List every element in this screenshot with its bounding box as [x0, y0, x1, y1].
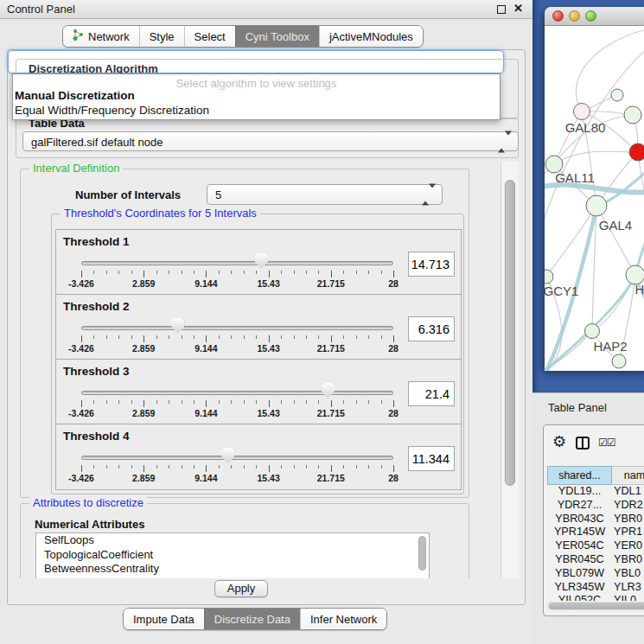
gal4-node[interactable] — [586, 195, 607, 216]
minimize-traffic-light[interactable] — [569, 10, 580, 22]
column-header-name[interactable]: name — [612, 466, 644, 485]
algorithm-placeholder-option[interactable]: Select algorithm to view settings — [13, 74, 500, 89]
tab-label: jActiveMNodules — [329, 30, 413, 43]
tab-network[interactable]: Network — [63, 26, 139, 47]
attributes-list-scrollbar[interactable] — [418, 536, 426, 571]
panel-vertical-scrollbar[interactable] — [501, 162, 519, 578]
threshold-panels-stack: Threshold 1-3.4262.8599.14415.4321.71528… — [55, 229, 462, 490]
threshold-value-input[interactable] — [408, 446, 455, 471]
slider-ticks — [81, 400, 393, 408]
tab-jactivemnodules[interactable]: jActiveMNodules — [319, 26, 423, 47]
bottom-tab-label: Infer Network — [310, 613, 377, 626]
float-window-icon[interactable] — [497, 5, 506, 14]
threshold-label: Threshold 4 — [63, 430, 130, 443]
table-cell: YDL1 — [612, 485, 644, 499]
network-view-window: GAL80GAL11GAL4GCY1HHAP2 — [545, 7, 644, 371]
network-edge — [596, 206, 635, 275]
tab-label: Select — [194, 30, 226, 43]
attribute-list-item[interactable]: SelfLoops — [36, 533, 429, 548]
attribute-list-item[interactable]: TopologicalCoefficient — [36, 548, 429, 563]
close-icon[interactable]: ✕ — [513, 2, 523, 15]
number-of-intervals-label: Number of Intervals — [75, 188, 181, 201]
option-manual-discretization[interactable]: Manual Discretization — [13, 89, 500, 104]
column-header-shared[interactable]: shared... — [547, 466, 612, 485]
table-row[interactable]: YBR045CYBR0 — [547, 553, 644, 567]
table-cell: YBR0 — [612, 513, 644, 526]
threshold-panel-1: Threshold 1-3.4262.8599.14415.4321.71528 — [56, 230, 461, 295]
numerical-attributes-list[interactable]: SelfLoopsTopologicalCoefficientBetweenne… — [35, 532, 430, 578]
table-row[interactable]: YDR27...YDR2 — [547, 499, 644, 513]
slider-tick-labels: -3.4262.8599.14415.4321.71528 — [81, 343, 393, 354]
zoom-traffic-light[interactable] — [585, 10, 596, 22]
attributes-group-title: Attributes to discretize — [29, 496, 147, 509]
table-cell: YBR043C — [547, 513, 612, 526]
gcy1-node[interactable] — [545, 270, 553, 284]
table-cell: YIL0 — [612, 594, 644, 601]
option-equal-width-frequency[interactable]: Equal Width/Frequency Discretization — [13, 104, 500, 118]
select-checkboxes-icon[interactable]: ☑☑ — [598, 437, 615, 449]
control-panel-titlebar: Control Panel ✕ — [0, 0, 532, 19]
red-node[interactable] — [629, 143, 644, 161]
threshold-value-input[interactable] — [408, 252, 455, 277]
table-horizontal-scrollbar[interactable] — [547, 602, 644, 610]
window-title: Control Panel — [7, 3, 75, 16]
number-of-intervals-combobox[interactable]: 5 — [207, 184, 443, 205]
top-small-node[interactable] — [611, 89, 623, 101]
node-label-hap2: HAP2 — [593, 339, 627, 354]
columns-icon[interactable] — [576, 437, 590, 450]
threshold-slider-track[interactable] — [81, 261, 393, 265]
interval-definition-title: Interval Definition — [29, 162, 123, 175]
table-row[interactable]: YPR145WYPR1 — [547, 526, 644, 539]
close-traffic-light[interactable] — [552, 10, 564, 22]
table-cell: YBL0 — [612, 567, 644, 581]
threshold-slider-track[interactable] — [81, 391, 393, 395]
table-row[interactable]: YIL052CYIL0 — [547, 594, 644, 601]
bottom-node[interactable] — [612, 354, 626, 368]
scrollbar-thumb[interactable] — [549, 603, 644, 609]
threshold-slider-track[interactable] — [81, 326, 393, 330]
apply-button[interactable]: Apply — [214, 580, 268, 597]
table-row[interactable]: YDL19...YDL1 — [547, 485, 644, 499]
attribute-list-item[interactable]: BetweennessCentrality — [36, 562, 429, 577]
threshold-label: Threshold 2 — [63, 300, 130, 313]
threshold-slider-thumb[interactable] — [255, 253, 268, 269]
table-row[interactable]: YBL079WYBL0 — [547, 567, 644, 581]
table-data-selected-value: galFiltered.sif default node — [31, 135, 163, 148]
threshold-slider-track[interactable] — [81, 456, 393, 460]
threshold-value-input[interactable] — [408, 381, 455, 406]
scrollbar-thumb[interactable] — [505, 180, 515, 486]
table-row[interactable]: YLR345WYLR3 — [547, 581, 644, 595]
number-of-intervals-value: 5 — [215, 188, 221, 201]
table-row[interactable]: YBR043CYBR0 — [547, 513, 644, 526]
tab-label: Network — [88, 30, 130, 43]
table-data-combobox[interactable]: galFiltered.sif default node — [22, 131, 519, 151]
gear-icon[interactable]: ⚙ — [552, 432, 566, 451]
tab-label: Cyni Toolbox — [245, 30, 309, 43]
upper-right-node[interactable] — [624, 106, 641, 124]
bottom-tab-discretize-data[interactable]: Discretize Data — [204, 609, 300, 629]
table-header-row: shared...name — [547, 466, 644, 485]
numerical-attributes-label: Numerical Attributes — [35, 518, 144, 531]
settings-scroll-viewport: Interval Definition Number of Intervals … — [16, 162, 501, 578]
network-canvas[interactable]: GAL80GAL11GAL4GCY1HHAP2 — [545, 26, 644, 371]
tab-select[interactable]: Select — [184, 26, 235, 47]
table-panel-region: Table Panel ⚙ ☑☑ shared...name YDL19...Y… — [532, 392, 644, 644]
threshold-slider-thumb[interactable] — [221, 448, 234, 463]
gal80-node[interactable] — [574, 104, 590, 120]
tab-cyni-toolbox[interactable]: Cyni Toolbox — [235, 26, 319, 47]
bottom-tab-bar: Impute DataDiscretize DataInfer Network — [123, 608, 387, 630]
threshold-slider-thumb[interactable] — [171, 318, 184, 334]
attributes-to-discretize-group: Attributes to discretize Numerical Attri… — [20, 503, 469, 578]
table-cell: YPR1 — [612, 526, 644, 539]
table-cell: YLR345W — [547, 581, 612, 595]
node-table-card: ⚙ ☑☑ shared...name YDL19...YDL1YDR27...Y… — [543, 424, 644, 616]
table-row[interactable]: YER054CYER0 — [547, 539, 644, 553]
bottom-tab-infer-network[interactable]: Infer Network — [300, 609, 386, 629]
threshold-label: Threshold 1 — [63, 235, 130, 248]
threshold-value-input[interactable] — [408, 316, 455, 341]
tab-style[interactable]: Style — [139, 26, 184, 47]
node-label-gcy1: GCY1 — [545, 284, 578, 298]
hap2-node[interactable] — [585, 324, 600, 339]
threshold-slider-thumb[interactable] — [322, 383, 335, 399]
bottom-tab-impute-data[interactable]: Impute Data — [124, 609, 204, 629]
